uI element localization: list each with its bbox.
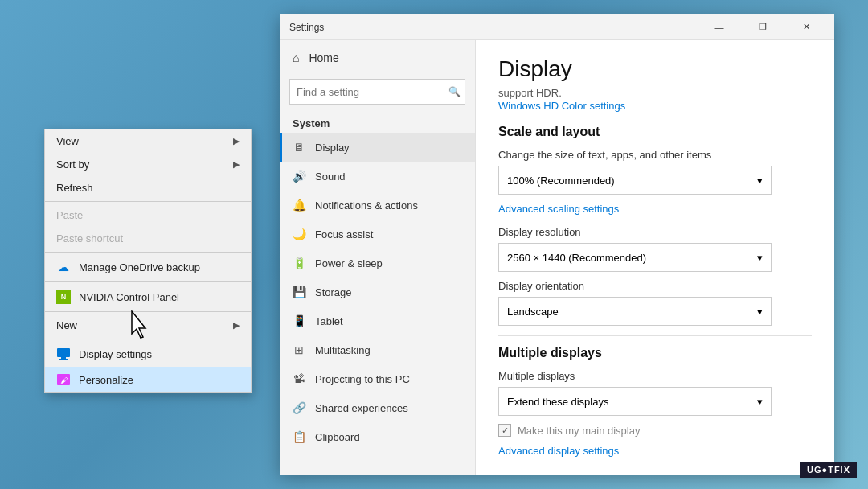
menu-item-label: Paste xyxy=(56,209,83,221)
menu-item-label: NVIDIA Control Panel xyxy=(79,291,179,303)
projecting-icon: 📽 xyxy=(293,372,305,385)
onedrive-icon: ☁ xyxy=(56,260,71,274)
menu-separator-3 xyxy=(45,281,251,282)
clipboard-icon: 📋 xyxy=(293,430,305,443)
nav-item-label: Power & sleep xyxy=(315,257,383,269)
minimize-button[interactable]: — xyxy=(701,14,738,40)
personalize-icon: 🖌 xyxy=(56,372,71,387)
advanced-scaling-link[interactable]: Advanced scaling settings xyxy=(498,203,812,215)
menu-item-left: ☁ Manage OneDrive backup xyxy=(56,260,200,274)
menu-item-personalize[interactable]: 🖌 Personalize xyxy=(45,367,251,392)
nav-item-projecting[interactable]: 📽 Projecting to this PC xyxy=(280,364,475,393)
svg-rect-0 xyxy=(57,348,70,357)
nav-item-label: Notifications & actions xyxy=(315,199,418,212)
maximize-button[interactable]: ❐ xyxy=(744,14,781,40)
nav-item-label: Clipboard xyxy=(315,431,360,443)
main-content: Display support HDR. Windows HD Color se… xyxy=(476,40,834,475)
orientation-dropdown-value: Landscape xyxy=(507,306,559,318)
menu-item-label: New xyxy=(56,319,77,331)
nav-item-label: Display xyxy=(315,142,350,154)
main-display-row: ✓ Make this my main display xyxy=(498,424,812,437)
shared-icon: 🔗 xyxy=(293,401,305,414)
multiple-displays-label: Multiple displays xyxy=(498,370,812,382)
nav-item-power[interactable]: 🔋 Power & sleep xyxy=(280,249,475,277)
hdr-text: support HDR. xyxy=(498,87,562,99)
submenu-arrow: ▶ xyxy=(233,136,240,146)
nav-item-label: Storage xyxy=(315,286,352,298)
search-input[interactable] xyxy=(289,79,465,105)
sound-icon: 🔊 xyxy=(293,170,305,183)
sidebar: ⌂ Home 🔍 System 🖥 Display 🔊 Sound 🔔 xyxy=(280,40,476,475)
menu-item-refresh[interactable]: Refresh xyxy=(45,176,251,199)
resolution-dropdown-arrow: ▾ xyxy=(757,252,763,264)
menu-item-view[interactable]: View ▶ xyxy=(45,129,251,153)
scale-dropdown[interactable]: 100% (Recommended) ▾ xyxy=(498,166,772,195)
multitasking-icon: ⊞ xyxy=(293,343,305,356)
nav-item-clipboard[interactable]: 📋 Clipboard xyxy=(280,422,475,451)
notifications-icon: 🔔 xyxy=(293,199,305,212)
submenu-arrow: ▶ xyxy=(233,320,240,331)
menu-separator-1 xyxy=(45,201,251,202)
nvidia-icon: N xyxy=(56,290,71,304)
home-label: Home xyxy=(309,51,338,64)
menu-item-left: Display settings xyxy=(56,347,152,361)
svg-rect-2 xyxy=(59,359,68,360)
nav-item-tablet[interactable]: 📱 Tablet xyxy=(280,306,475,335)
display-icon: 🖥 xyxy=(293,141,305,154)
window-content: ⌂ Home 🔍 System 🖥 Display 🔊 Sound 🔔 xyxy=(280,40,834,475)
settings-window: Settings — ❐ ✕ ⌂ Home 🔍 System 🖥 Display xyxy=(280,14,834,475)
nav-item-display[interactable]: 🖥 Display xyxy=(280,133,475,162)
nav-item-label: Sound xyxy=(315,171,346,183)
nav-item-storage[interactable]: 💾 Storage xyxy=(280,277,475,306)
orientation-dropdown[interactable]: Landscape ▾ xyxy=(498,297,772,326)
scale-section-title: Scale and layout xyxy=(498,125,812,139)
menu-item-label: View xyxy=(56,135,79,147)
tablet-icon: 📱 xyxy=(293,314,305,327)
nav-item-sound[interactable]: 🔊 Sound xyxy=(280,162,475,191)
menu-item-paste-shortcut: Paste shortcut xyxy=(45,227,251,250)
menu-separator-5 xyxy=(45,339,251,339)
nav-item-label: Shared experiences xyxy=(315,402,408,414)
menu-separator-2 xyxy=(45,252,251,253)
home-icon: ⌂ xyxy=(293,51,299,64)
menu-item-left: N NVIDIA Control Panel xyxy=(56,290,179,304)
orientation-label: Display orientation xyxy=(498,280,812,292)
menu-item-onedrive[interactable]: ☁ Manage OneDrive backup xyxy=(45,254,251,280)
home-button[interactable]: ⌂ Home xyxy=(280,40,475,76)
page-title: Display xyxy=(498,56,812,82)
menu-item-nvidia[interactable]: N NVIDIA Control Panel xyxy=(45,284,251,310)
nav-item-shared[interactable]: 🔗 Shared experiences xyxy=(280,393,475,422)
close-button[interactable]: ✕ xyxy=(788,14,825,40)
scale-dropdown-arrow: ▾ xyxy=(757,175,763,187)
menu-item-sortby[interactable]: Sort by ▶ xyxy=(45,153,251,176)
multiple-displays-title: Multiple displays xyxy=(498,346,812,360)
title-bar: Settings — ❐ ✕ xyxy=(280,14,834,40)
menu-item-label: Manage OneDrive backup xyxy=(79,261,200,273)
display-settings-icon xyxy=(56,347,71,361)
menu-item-display-settings[interactable]: Display settings xyxy=(45,341,251,367)
orientation-dropdown-arrow: ▾ xyxy=(757,306,763,318)
menu-item-label: Paste shortcut xyxy=(56,232,123,244)
main-display-checkbox[interactable]: ✓ xyxy=(498,424,511,437)
advanced-display-link[interactable]: Advanced display settings xyxy=(498,445,812,457)
menu-item-paste: Paste xyxy=(45,203,251,227)
resolution-dropdown-value: 2560 × 1440 (Recommended) xyxy=(507,252,646,264)
nav-item-label: Focus assist xyxy=(315,228,373,240)
nav-item-notifications[interactable]: 🔔 Notifications & actions xyxy=(280,191,475,220)
nav-item-focus[interactable]: 🌙 Focus assist xyxy=(280,220,475,249)
menu-item-new[interactable]: New ▶ xyxy=(45,314,251,337)
multiple-displays-arrow: ▾ xyxy=(757,396,763,408)
hdr-link[interactable]: Windows HD Color settings xyxy=(498,100,812,112)
nav-item-multitasking[interactable]: ⊞ Multitasking xyxy=(280,335,475,364)
svg-rect-1 xyxy=(61,357,66,359)
nav-item-label: Tablet xyxy=(315,315,343,327)
focus-icon: 🌙 xyxy=(293,228,305,240)
resolution-dropdown[interactable]: 2560 × 1440 (Recommended) ▾ xyxy=(498,243,772,272)
multiple-displays-value: Extend these displays xyxy=(507,396,608,408)
context-menu: View ▶ Sort by ▶ Refresh Paste Paste sho… xyxy=(44,129,252,393)
multiple-displays-dropdown[interactable]: Extend these displays ▾ xyxy=(498,387,772,416)
power-icon: 🔋 xyxy=(293,257,305,269)
title-bar-controls: — ❐ ✕ xyxy=(701,14,825,40)
menu-separator-4 xyxy=(45,311,251,312)
scale-dropdown-value: 100% (Recommended) xyxy=(507,175,615,187)
